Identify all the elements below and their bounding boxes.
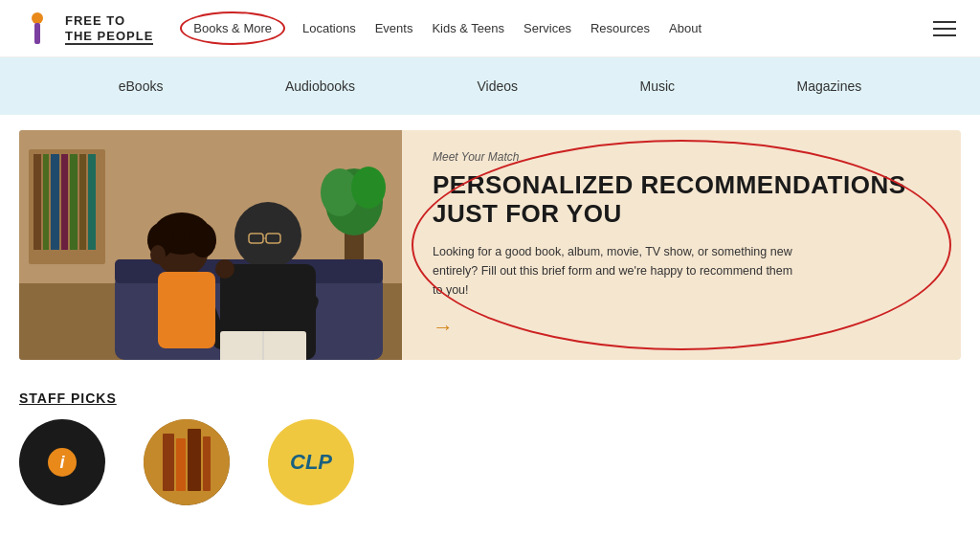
hamburger-menu[interactable] (928, 16, 961, 41)
media-videos[interactable]: Videos (478, 78, 519, 94)
svg-point-19 (234, 202, 301, 269)
svg-rect-12 (88, 154, 96, 250)
nav-kids-teens[interactable]: Kids & Teens (432, 21, 504, 35)
svg-rect-11 (79, 154, 86, 250)
svg-rect-39 (203, 436, 211, 491)
svg-point-2 (34, 14, 40, 20)
svg-rect-6 (33, 154, 41, 250)
svg-point-31 (189, 223, 216, 257)
svg-rect-37 (176, 438, 186, 491)
banner-image-background (19, 130, 402, 360)
hamburger-line-2 (933, 28, 956, 30)
banner-illustration (19, 130, 402, 360)
banner-cta-arrow[interactable]: → (433, 315, 930, 340)
logo[interactable]: FREE TO THE PEOPLE (19, 11, 153, 47)
svg-rect-9 (61, 154, 68, 250)
media-magazines[interactable]: Magazines (797, 78, 862, 94)
banner-photo (19, 130, 402, 360)
svg-rect-7 (43, 154, 49, 250)
staff-picks-section: STAFF PICKS CLP (0, 375, 980, 505)
media-ebooks[interactable]: eBooks (119, 78, 164, 94)
svg-rect-10 (70, 154, 78, 250)
hamburger-line-1 (933, 21, 956, 23)
svg-rect-32 (158, 272, 215, 348)
logo-icon (19, 11, 56, 47)
site-header: FREE TO THE PEOPLE Books & More Location… (0, 0, 980, 57)
svg-rect-35 (144, 419, 230, 505)
banner-subtitle: Meet Your Match (433, 150, 930, 164)
nav-services[interactable]: Services (523, 21, 571, 35)
staff-picks-heading: STAFF PICKS (19, 391, 961, 406)
svg-point-34 (150, 245, 166, 264)
hamburger-line-3 (933, 34, 956, 36)
staff-pick-2[interactable] (144, 419, 230, 505)
nav-about[interactable]: About (669, 21, 702, 35)
media-row: eBooks Audiobooks Videos Music Magazines (0, 57, 980, 115)
media-audiobooks[interactable]: Audiobooks (285, 78, 355, 94)
banner-description: Looking for a good book, album, movie, T… (433, 242, 796, 300)
svg-rect-1 (34, 23, 40, 44)
recommendations-banner: Meet Your Match PERSONALIZED RECOMMENDAT… (19, 130, 961, 360)
nav-resources[interactable]: Resources (590, 21, 650, 35)
svg-point-33 (215, 259, 234, 279)
nav-events[interactable]: Events (375, 21, 413, 35)
logo-text: FREE TO THE PEOPLE (65, 13, 153, 43)
staff-pick-3[interactable]: CLP (268, 419, 354, 505)
svg-rect-38 (188, 429, 201, 491)
banner-title: PERSONALIZED RECOMMENDATIONSJUST FOR YOU (433, 171, 930, 229)
staff-picks-row: CLP (19, 419, 961, 505)
media-music[interactable]: Music (640, 78, 676, 94)
nav-books-more[interactable]: Books & More (182, 17, 283, 39)
staff-pick-1-logo (48, 448, 77, 477)
main-nav: Books & More Locations Events Kids & Tee… (182, 17, 928, 39)
svg-rect-8 (51, 154, 59, 250)
staff-pick-3-text: CLP (290, 450, 332, 475)
svg-rect-36 (163, 434, 174, 491)
banner-content: Meet Your Match PERSONALIZED RECOMMENDAT… (402, 130, 961, 360)
staff-pick-2-image (144, 419, 230, 505)
svg-point-16 (351, 167, 386, 209)
staff-pick-1[interactable] (19, 419, 105, 505)
nav-locations[interactable]: Locations (302, 21, 356, 35)
